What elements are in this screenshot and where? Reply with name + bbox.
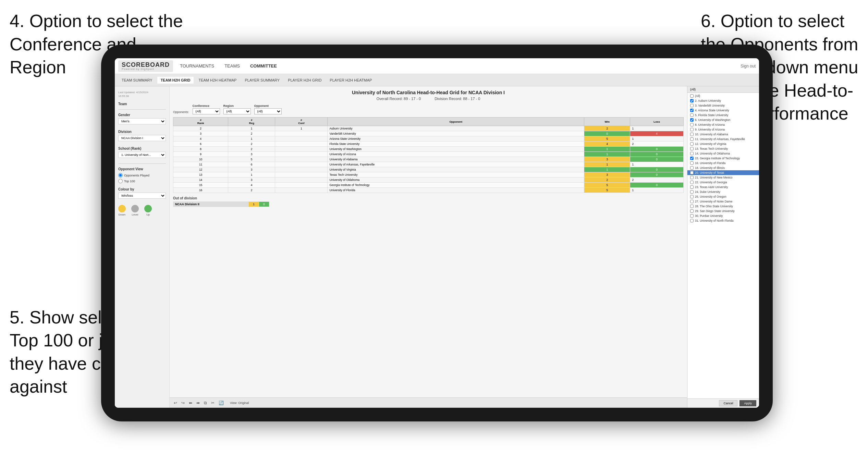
opp-checkbox[interactable] — [690, 109, 694, 112]
opp-checkbox[interactable] — [690, 133, 694, 136]
nav-tournaments[interactable]: TOURNAMENTS — [180, 63, 214, 69]
opp-checkbox[interactable] — [690, 214, 694, 218]
redo-btn[interactable]: ↪ — [180, 401, 186, 405]
opponent-list-item[interactable]: 23. Texas A&M University — [687, 185, 759, 189]
cell-loss: 2 — [630, 177, 684, 183]
opponent-list-item[interactable]: 28. The Ohio State University — [687, 204, 759, 209]
opponent-list-item[interactable]: 11. University of Arkansas, Fayetteville — [687, 137, 759, 142]
opponent-filter: Opponent (All) — [254, 104, 282, 114]
opp-checkbox[interactable] — [690, 118, 694, 122]
subnav-player-summary[interactable]: PLAYER SUMMARY — [241, 77, 283, 84]
opponent-list-item[interactable]: 10. University of Alabama — [687, 132, 759, 137]
opponent-list-item[interactable]: 2. Auburn University — [687, 98, 759, 103]
table-row: 4 1 Arizona State University 5 1 — [173, 136, 684, 142]
opponent-list-item[interactable]: 13. Texas Tech University — [687, 146, 759, 151]
opp-checkbox[interactable] — [690, 137, 694, 141]
cell-reg: 2 — [228, 147, 275, 152]
cell-win: 3 — [584, 157, 630, 162]
cell-opponent: University of Arkansas, Fayetteville — [328, 162, 584, 167]
cell-conf — [275, 136, 328, 142]
radio-opponents-played[interactable]: Opponents Played — [118, 173, 166, 177]
opp-checkbox[interactable] — [690, 181, 694, 184]
opponent-list-item[interactable]: 24. Duke University — [687, 189, 759, 194]
opponent-list-item[interactable]: 4. Arizona State University — [687, 108, 759, 113]
opponent-list-item[interactable]: 21. University of New Mexico — [687, 175, 759, 180]
opp-checkbox[interactable] — [690, 94, 694, 98]
opponent-list-item[interactable]: 22. University of Georgia — [687, 180, 759, 185]
colour-select[interactable]: Win/loss — [118, 193, 166, 199]
apply-button[interactable]: Apply — [739, 400, 756, 406]
school-select[interactable]: 1. University of Nort... — [118, 152, 166, 158]
cancel-button[interactable]: Cancel — [719, 400, 737, 406]
opp-label: 20. University of Texas — [695, 171, 724, 174]
subnav-team-h2h-heatmap[interactable]: TEAM H2H HEATMAP — [195, 77, 240, 84]
cell-win: 1 — [584, 167, 630, 172]
region-select[interactable]: (All) — [223, 108, 251, 114]
opp-checkbox[interactable] — [690, 161, 694, 165]
opp-checkbox[interactable] — [690, 123, 694, 126]
col-opponent: Opponent — [328, 118, 584, 126]
opp-checkbox[interactable] — [690, 205, 694, 208]
opponent-list-item[interactable]: 9. University of Arizona — [687, 127, 759, 132]
subnav-player-h2h-heatmap[interactable]: PLAYER H2H HEATMAP — [326, 77, 375, 84]
opp-checkbox[interactable] — [690, 171, 694, 174]
opp-checkbox[interactable] — [690, 219, 694, 222]
opponent-list-item[interactable]: (All) — [687, 94, 759, 98]
opponent-list-item[interactable]: 6. University of Washington — [687, 118, 759, 122]
opp-checkbox[interactable] — [690, 176, 694, 179]
opp-label: 23. Texas A&M University — [695, 185, 728, 189]
opponent-list-item[interactable]: 27. University of Notre Dame — [687, 199, 759, 204]
opponent-list-item[interactable]: 16. University of Florida — [687, 161, 759, 165]
opp-checkbox[interactable] — [690, 152, 694, 155]
opponent-list-item[interactable]: 8. University of Arizona — [687, 122, 759, 127]
radio-top100[interactable]: Top 100 — [118, 179, 166, 183]
opp-checkbox[interactable] — [690, 147, 694, 150]
opponent-list-item[interactable]: 18. University of Illinois — [687, 165, 759, 170]
opp-checkbox[interactable] — [690, 142, 694, 146]
opp-checkbox[interactable] — [690, 200, 694, 203]
opp-checkbox[interactable] — [690, 185, 694, 189]
subnav-player-h2h-grid[interactable]: PLAYER H2H GRID — [284, 77, 325, 84]
opponent-list-item[interactable]: 3. Vanderbilt University — [687, 103, 759, 108]
opp-label: 8. University of Arizona — [695, 123, 725, 126]
nav-committee[interactable]: COMMITTEE — [250, 63, 277, 69]
subnav-team-summary[interactable]: TEAM SUMMARY — [118, 77, 156, 84]
subnav-team-h2h-grid[interactable]: TEAM H2H GRID — [157, 77, 194, 84]
opponent-list-item[interactable]: 15. Georgia Institute of Technology — [687, 156, 759, 161]
nav-signout[interactable]: Sign out — [741, 64, 756, 69]
nav-links: TOURNAMENTS TEAMS COMMITTEE — [180, 63, 741, 69]
opp-checkbox[interactable] — [690, 113, 694, 117]
opponent-list-item[interactable]: 29. San Diego State University — [687, 209, 759, 213]
undo-btn[interactable]: ↩ — [172, 401, 179, 405]
back-btn[interactable]: ⬅ — [187, 401, 194, 405]
opp-checkbox[interactable] — [690, 195, 694, 198]
opponent-select[interactable]: (All) — [254, 108, 282, 114]
opp-checkbox[interactable] — [690, 104, 694, 107]
opponent-list-item[interactable]: 12. University of Virginia — [687, 142, 759, 146]
opponent-list-item[interactable]: 31. University of North Florida — [687, 218, 759, 223]
division-table: NCAA Division II 1 0 — [173, 201, 269, 207]
opponent-list-item[interactable]: 30. Purdue University — [687, 213, 759, 218]
opp-checkbox[interactable] — [690, 190, 694, 194]
opponent-list-item[interactable]: 20. University of Texas — [687, 170, 759, 175]
refresh-btn[interactable]: 🔄 — [217, 401, 225, 405]
opp-label: 21. University of New Mexico — [695, 176, 733, 179]
opp-checkbox[interactable] — [690, 128, 694, 131]
left-sidebar: Last Updated: 4/15/2024 16:55:38 Team Ge… — [115, 86, 170, 408]
cell-reg: 2 — [228, 131, 275, 136]
opp-checkbox[interactable] — [690, 166, 694, 170]
opp-checkbox[interactable] — [690, 99, 694, 102]
opponent-list-item[interactable]: 25. University of Oregon — [687, 194, 759, 199]
region-filter: Region (All) — [223, 104, 251, 114]
copy-btn[interactable]: ⧉ — [203, 401, 208, 405]
gender-select[interactable]: Men's — [118, 118, 166, 124]
opponent-list-item[interactable]: 14. University of Oklahoma — [687, 151, 759, 156]
division-select[interactable]: NCAA Division I — [118, 135, 166, 141]
opponent-list-item[interactable]: 5. Florida State University — [687, 113, 759, 118]
opp-checkbox[interactable] — [690, 157, 694, 160]
opp-checkbox[interactable] — [690, 209, 694, 213]
conference-select[interactable]: (All) — [193, 108, 220, 114]
nav-teams[interactable]: TEAMS — [224, 63, 240, 69]
fwd-btn[interactable]: ➡ — [195, 401, 201, 405]
cut-btn[interactable]: ✂ — [210, 401, 216, 405]
